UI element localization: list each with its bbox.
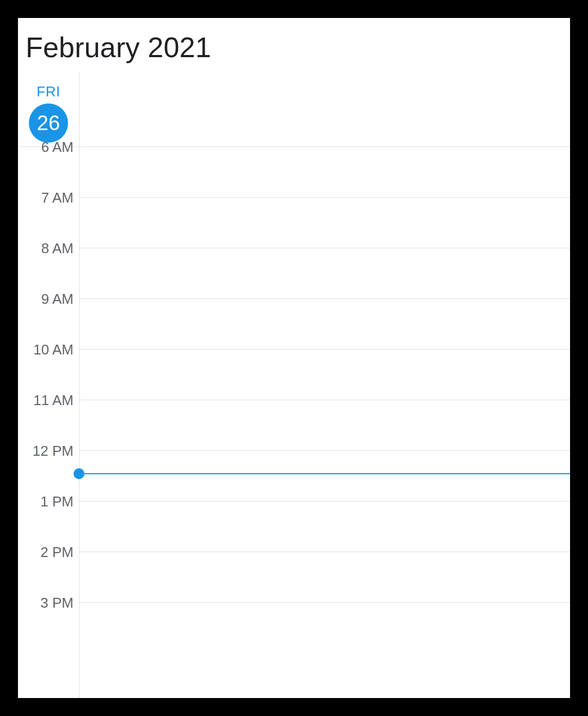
time-label: 7 AM [18, 189, 74, 206]
time-slot[interactable]: 1 PM [18, 501, 570, 552]
grid-hour-line [79, 298, 570, 299]
current-time-dot-icon [74, 468, 84, 479]
grid-hour-line [79, 248, 570, 248]
time-label: 9 AM [18, 291, 74, 308]
time-slot[interactable]: 8 AM [18, 248, 570, 298]
time-slot[interactable]: 6 AM [18, 146, 570, 197]
time-label: 2 PM [18, 544, 74, 561]
time-slot[interactable]: 10 AM [18, 349, 570, 400]
page-title: February 2021 [26, 31, 570, 64]
current-time-indicator [76, 473, 570, 474]
time-slot[interactable]: 2 PM [18, 552, 570, 602]
time-label: 1 PM [18, 493, 74, 510]
time-label: 10 AM [18, 341, 74, 358]
grid-hour-line [18, 146, 570, 147]
time-label: 11 AM [18, 392, 74, 409]
grid-hour-line [79, 501, 570, 501]
time-slot[interactable]: 9 AM [18, 298, 570, 349]
time-slot[interactable]: 3 PM [18, 602, 570, 653]
time-label: 8 AM [18, 240, 74, 257]
grid-hour-line [79, 450, 570, 451]
time-slot[interactable]: 7 AM [18, 197, 570, 248]
time-slot[interactable]: 12 PM [18, 450, 570, 501]
time-label: 12 PM [18, 443, 74, 460]
grid-hour-line [79, 602, 570, 603]
time-label: 6 AM [18, 139, 74, 156]
time-label: 3 PM [18, 595, 74, 611]
grid-hour-line [79, 349, 570, 350]
grid-hour-line [79, 197, 570, 198]
grid-hour-line [79, 400, 570, 400]
time-slot[interactable]: 11 AM [18, 400, 570, 450]
time-grid: 6 AM7 AM8 AM9 AM10 AM11 AM12 PM1 PM2 PM3… [18, 72, 570, 698]
calendar-day-view: February 2021 FRI 26 6 AM7 AM8 AM9 AM10 … [18, 18, 570, 698]
grid-hour-line [79, 552, 570, 552]
